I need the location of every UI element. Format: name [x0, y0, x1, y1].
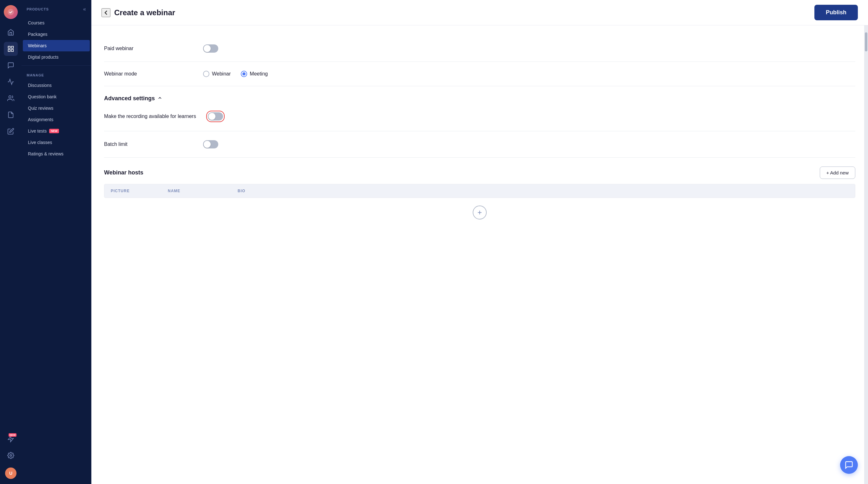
svg-marker-6 [8, 436, 13, 442]
svg-rect-1 [8, 46, 10, 48]
sidebar-item-assignments[interactable]: Assignments [23, 114, 90, 125]
toggle-knob [209, 113, 215, 120]
advanced-settings-label: Advanced settings [104, 95, 155, 102]
paid-webinar-row: Paid webinar [104, 44, 855, 53]
sidebar-item-label: Assignments [28, 117, 53, 122]
sidebar-item-packages[interactable]: Packages [23, 29, 90, 40]
recording-toggle[interactable] [208, 112, 223, 121]
sidebar-item-digital-products[interactable]: Digital products [23, 52, 90, 63]
main-content: Create a webinar Publish Paid webinar We… [91, 0, 868, 484]
sidebar-item-label: Live tests [28, 128, 46, 133]
scroll-rail[interactable] [864, 25, 868, 484]
scroll-thumb[interactable] [865, 32, 867, 52]
advanced-settings-header[interactable]: Advanced settings [104, 95, 855, 102]
home-icon[interactable] [4, 25, 18, 39]
user-avatar[interactable]: U [5, 467, 17, 479]
radio-meeting-circle [241, 71, 247, 77]
sidebar-item-label: Webinars [28, 43, 46, 48]
radio-webinar[interactable]: Webinar [203, 71, 230, 77]
settings-icon[interactable] [4, 449, 18, 462]
webinar-mode-label: Webinar mode [104, 71, 193, 77]
advanced-settings-content: Make the recording available for learner… [104, 111, 855, 122]
chat-bubble-button[interactable] [840, 456, 858, 474]
svg-point-0 [8, 9, 14, 15]
publish-button[interactable]: Publish [814, 5, 858, 20]
lightning-icon[interactable]: NEW [4, 432, 18, 446]
batch-limit-toggle[interactable] [203, 140, 218, 149]
batch-limit-section: Batch limit [104, 131, 855, 158]
col-name: NAME [168, 189, 238, 193]
batch-limit-label: Batch limit [104, 141, 193, 147]
chevron-up-icon [157, 95, 162, 102]
team-icon[interactable] [4, 91, 18, 105]
document-icon[interactable] [4, 108, 18, 122]
sidebar-item-quiz-reviews[interactable]: Quiz reviews [23, 102, 90, 114]
sidebar-item-question-bank[interactable]: Question bank [23, 91, 90, 102]
toggle-knob [204, 141, 211, 148]
paid-webinar-toggle[interactable] [203, 44, 218, 53]
new-badge: NEW [8, 433, 17, 437]
sidebar-item-courses[interactable]: Courses [23, 17, 90, 29]
live-tests-badge: NEW [49, 129, 59, 133]
sidebar-item-label: Quiz reviews [28, 106, 53, 111]
topbar: Create a webinar Publish [91, 0, 868, 25]
sidebar-section-products: PRODUCTS [27, 7, 49, 11]
grid-icon[interactable] [4, 42, 18, 56]
sidebar-item-live-classes[interactable]: Live classes [23, 137, 90, 148]
toggle-knob [204, 45, 211, 52]
icon-rail: NEW U [0, 0, 22, 484]
add-new-button[interactable]: + Add new [820, 166, 855, 179]
plus-button[interactable]: + [473, 205, 487, 220]
sidebar-item-ratings-reviews[interactable]: Ratings & reviews [23, 148, 90, 160]
content-area: Paid webinar Webinar mode Webinar [91, 25, 868, 484]
svg-point-7 [10, 454, 12, 456]
advanced-settings-section: Advanced settings Make the recording ava… [104, 86, 855, 131]
collapse-button[interactable]: « [83, 6, 86, 12]
sidebar-item-label: Packages [28, 32, 47, 37]
brand-logo[interactable] [4, 5, 18, 19]
page-title: Create a webinar [114, 8, 175, 17]
sidebar-item-label: Question bank [28, 94, 57, 99]
svg-point-5 [9, 96, 11, 98]
sidebar-section-manage: MANAGE [22, 68, 91, 79]
recording-row: Make the recording available for learner… [104, 111, 855, 122]
analytics-icon[interactable] [4, 75, 18, 89]
back-button[interactable] [101, 8, 111, 17]
paid-webinar-section: Paid webinar [104, 35, 855, 62]
svg-rect-4 [8, 50, 10, 52]
sidebar-item-discussions[interactable]: Discussions [23, 79, 90, 91]
plus-area: + [104, 198, 855, 227]
batch-limit-row: Batch limit [104, 140, 855, 149]
paid-webinar-label: Paid webinar [104, 46, 193, 52]
sidebar-item-label: Digital products [28, 55, 59, 60]
sidebar-divider [22, 65, 91, 66]
sidebar-item-label: Live classes [28, 140, 52, 145]
chat-icon[interactable] [4, 58, 18, 72]
sidebar-header: PRODUCTS « [22, 0, 91, 17]
sidebar: PRODUCTS « Courses Packages Webinars Dig… [22, 0, 91, 484]
hosts-header: Webinar hosts + Add new [104, 166, 855, 179]
radio-meeting[interactable]: Meeting [241, 71, 268, 77]
batch-limit-toggle-wrap [203, 140, 218, 149]
radio-webinar-label: Webinar [212, 71, 230, 77]
sidebar-item-webinars[interactable]: Webinars [23, 40, 90, 52]
col-bio: BIO [238, 189, 849, 193]
radio-webinar-circle [203, 71, 209, 77]
paid-webinar-toggle-wrap [203, 44, 218, 53]
topbar-left: Create a webinar [101, 8, 175, 17]
sidebar-item-live-tests[interactable]: Live tests NEW [23, 125, 90, 137]
sidebar-item-label: Ratings & reviews [28, 151, 63, 156]
webinar-hosts-section: Webinar hosts + Add new PICTURE NAME BIO… [104, 158, 855, 236]
radio-group: Webinar Meeting [203, 71, 268, 77]
sidebar-item-label: Discussions [28, 83, 52, 88]
webinar-mode-section: Webinar mode Webinar Meeting [104, 62, 855, 86]
svg-rect-2 [11, 46, 13, 48]
hosts-title: Webinar hosts [104, 169, 144, 176]
recording-toggle-highlighted [206, 111, 225, 122]
hosts-table: PICTURE NAME BIO [104, 184, 855, 198]
webinar-mode-row: Webinar mode Webinar Meeting [104, 71, 855, 77]
edit-icon[interactable] [4, 124, 18, 138]
recording-label: Make the recording available for learner… [104, 114, 196, 119]
radio-meeting-label: Meeting [250, 71, 268, 77]
svg-rect-3 [11, 50, 13, 52]
